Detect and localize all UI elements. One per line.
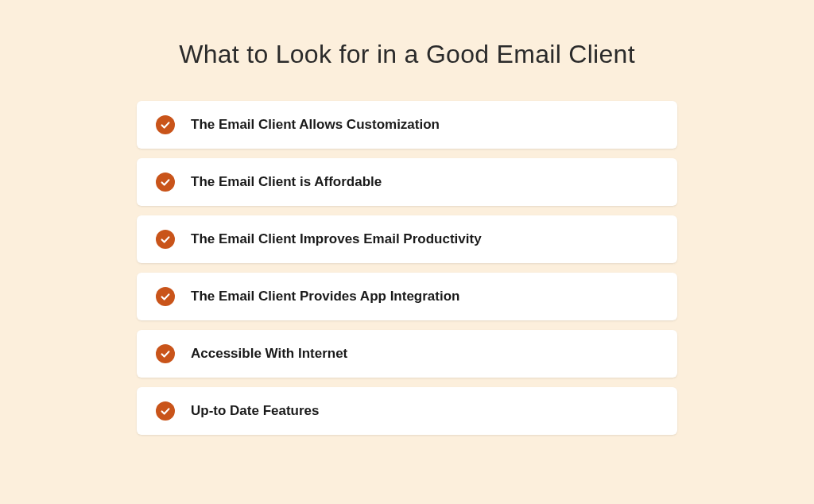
list-item: The Email Client is Affordable (137, 158, 677, 206)
list-item-label: The Email Client Provides App Integratio… (191, 289, 459, 304)
list-item: The Email Client Provides App Integratio… (137, 273, 677, 320)
list-item-label: Accessible With Internet (191, 346, 347, 362)
page-title: What to Look for in a Good Email Client (179, 40, 635, 69)
check-circle-icon (156, 287, 175, 306)
check-circle-icon (156, 230, 175, 249)
checklist-container: The Email Client Allows Customization Th… (137, 101, 677, 435)
list-item-label: Up-to Date Features (191, 403, 320, 419)
check-circle-icon (156, 115, 175, 134)
list-item-label: The Email Client Improves Email Producti… (191, 231, 482, 247)
check-circle-icon (156, 173, 175, 192)
list-item: The Email Client Allows Customization (137, 101, 677, 149)
check-circle-icon (156, 344, 175, 363)
list-item-label: The Email Client Allows Customization (191, 117, 440, 133)
list-item: Accessible With Internet (137, 330, 677, 378)
list-item: The Email Client Improves Email Producti… (137, 215, 677, 263)
check-circle-icon (156, 401, 175, 421)
list-item: Up-to Date Features (137, 387, 677, 435)
list-item-label: The Email Client is Affordable (191, 174, 382, 190)
